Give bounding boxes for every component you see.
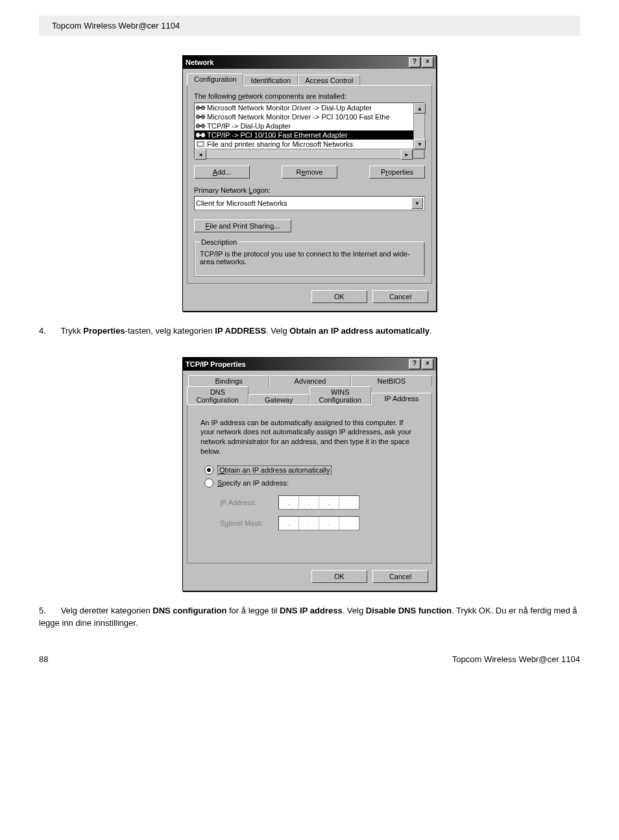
scroll-left-icon[interactable]: ◄ [195,149,206,160]
radio-obtain-label: Obtain an IP address automatically [217,465,332,475]
protocol-icon [196,114,205,121]
tab-netbios[interactable]: NetBIOS [351,375,432,386]
scrollbar-vertical[interactable]: ▲ ▼ [413,103,424,149]
list-item[interactable]: File and printer sharing for Microsoft N… [195,140,414,149]
combo-value: Client for Microsoft Networks [196,199,287,207]
step-num: 4. [39,325,58,338]
close-icon[interactable]: × [422,359,433,369]
network-dialog: Network ? × Configuration Identification… [182,55,437,312]
step-5: 5. Velg deretter kategorien DNS configur… [39,604,580,630]
titlebar-tcpip: TCP/IP Properties ? × [183,358,436,371]
titlebar-network: Network ? × [183,56,436,69]
ok-button[interactable]: OK [311,290,367,303]
page-header: Topcom Wireless Webr@cer 1104 [39,16,580,36]
tabs-row-upper: Bindings Advanced NetBIOS [188,375,432,386]
ip-info-text: An IP address can be automatically assig… [200,418,419,456]
svg-rect-1 [197,106,199,110]
radio-obtain[interactable]: Obtain an IP address automatically [204,465,421,475]
primary-logon-combo[interactable]: Client for Microsoft Networks ▼ [194,196,425,210]
title-text: Network [186,58,407,66]
tab-body-config: The following network components are ins… [188,85,431,283]
dialog1-footer: OK Cancel [187,284,432,307]
service-icon [196,141,205,148]
tab-access-control[interactable]: Access Control [298,75,360,86]
tab-configuration[interactable]: Configuration [187,73,243,86]
description-groupbox: Description TCP/IP is the protocol you u… [194,241,425,277]
protocol-icon [196,132,205,139]
primary-logon-label: Primary Network Logon: [194,186,425,194]
footer-product: Topcom Wireless Webr@cer 1104 [452,654,580,664]
protocol-icon [196,123,205,130]
fps-row: File and Print Sharing... [194,219,425,232]
dialog1-inner: Configuration Identification Access Cont… [183,69,436,311]
svg-rect-11 [202,133,204,137]
list-content: Microsoft Network Monitor Driver -> Dial… [195,103,414,149]
properties-button[interactable]: Properties [369,166,425,179]
scrollbar-horizontal[interactable]: ◄ ► [195,149,424,158]
dialog2-wrap: TCP/IP Properties ? × Bindings Advanced … [39,357,580,591]
dialog1-wrap: Network ? × Configuration Identification… [39,55,580,312]
step-num: 5. [39,604,58,617]
page-number: 88 [39,654,48,664]
tab-identification[interactable]: Identification [243,75,298,86]
ip-grid: IP Address: ... Subnet Mask: ... [220,495,421,530]
list-item-selected[interactable]: TCP/IP -> PCI 10/100 Fast Ethernet Adapt… [195,130,414,140]
radio-specify-label: Specify an IP address: [217,479,289,487]
tab-bindings[interactable]: Bindings [188,375,269,386]
scroll-down-icon[interactable]: ▼ [414,139,426,149]
scroll-track[interactable] [414,114,424,139]
scroll-up-icon[interactable]: ▲ [414,103,426,114]
tab-gateway[interactable]: Gateway [249,394,310,405]
radio-unchecked-icon [204,478,213,488]
tab-advanced[interactable]: Advanced [269,375,350,386]
page-footer: 88 Topcom Wireless Webr@cer 1104 [0,654,619,677]
svg-rect-4 [197,115,199,119]
page-content: Network ? × Configuration Identification… [0,55,619,654]
radio-specify[interactable]: Specify an IP address: [204,478,421,488]
add-button[interactable]: Add... [194,166,250,179]
ip-address-field: ... [278,495,359,510]
dialog2-footer: OK Cancel [187,563,432,587]
cancel-button[interactable]: Cancel [372,290,428,303]
chevron-down-icon[interactable]: ▼ [411,197,423,209]
subnet-mask-field: ... [278,516,359,530]
scroll-right-icon[interactable]: ► [401,149,413,160]
close-icon[interactable]: × [422,57,433,68]
dialog2-inner: Bindings Advanced NetBIOS DNS Configurat… [183,371,436,591]
tab-dns-config[interactable]: DNS Configuration [187,386,249,405]
tabset-tcpip: An IP address can be automatically assig… [187,404,432,563]
scrollbar-corner [413,149,424,158]
description-text: TCP/IP is the protocol you use to connec… [200,250,419,266]
svg-rect-8 [202,124,204,128]
tab-wins-config[interactable]: WINS Configuration [310,386,371,405]
svg-rect-7 [197,124,199,128]
svg-rect-5 [202,115,204,119]
tab-ip-address[interactable]: IP Address [371,393,433,405]
component-listbox[interactable]: Microsoft Network Monitor Driver -> Dial… [194,103,425,159]
title-text: TCP/IP Properties [186,360,407,368]
svg-rect-13 [199,143,202,145]
protocol-icon [196,105,205,112]
radio-group: Obtain an IP address automatically Speci… [204,465,421,530]
help-icon[interactable]: ? [409,359,420,369]
svg-rect-2 [202,106,204,110]
tabs-row: Configuration Identification Access Cont… [187,73,432,85]
ip-address-row: IP Address: ... [220,495,421,510]
list-item[interactable]: TCP/IP -> Dial-Up Adapter [195,121,414,130]
svg-rect-10 [197,133,199,137]
help-icon[interactable]: ? [409,57,420,68]
radio-checked-icon [204,465,213,475]
list-item[interactable]: Microsoft Network Monitor Driver -> PCI … [195,112,414,121]
subnet-mask-row: Subnet Mask: ... [220,516,421,530]
groupbox-title: Description [200,238,238,246]
remove-button[interactable]: Remove [282,166,337,179]
cancel-button[interactable]: Cancel [372,570,428,583]
list-item[interactable]: Microsoft Network Monitor Driver -> Dial… [195,103,414,112]
tab-body-ip: An IP address can be automatically assig… [188,404,431,563]
scroll-track-h[interactable] [206,149,401,158]
tcpip-dialog: TCP/IP Properties ? × Bindings Advanced … [182,357,437,591]
ok-button[interactable]: OK [311,570,367,583]
file-print-sharing-button[interactable]: File and Print Sharing... [194,219,291,232]
tabs-row-lower: DNS Configuration Gateway WINS Configura… [187,386,432,404]
list-label: The following network components are ins… [194,92,425,100]
